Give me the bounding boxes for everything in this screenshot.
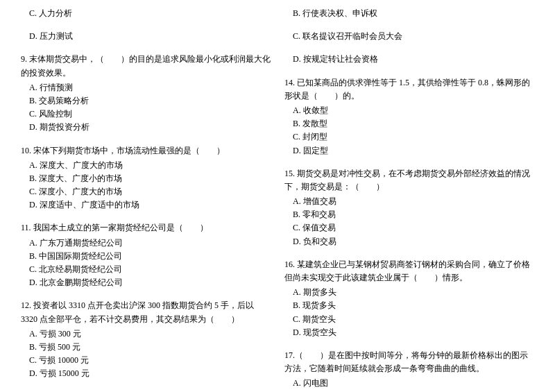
q12-opt-b: B. 亏损 500 元	[21, 341, 271, 354]
left-column: C. 人力分析 D. 压力测试 9. 末体期货交易中，（ ）的目的是追求风险最小…	[21, 7, 271, 392]
q9-title: 9. 末体期货交易中，（ ）的目的是追求风险最小化或利润最大化的投资效果。	[21, 53, 271, 79]
right-column: B. 行使表决权、申诉权 C. 联名提议召开临时会员大会 D. 按规定转让社会资…	[284, 7, 534, 392]
option-text: D. 压力测试	[21, 30, 271, 43]
option-c-meeting: C. 联名提议召开临时会员大会	[284, 30, 534, 43]
q15-opt-b: B. 零和交易	[284, 208, 534, 221]
q9-opt-c: C. 风险控制	[21, 108, 271, 121]
q11-opt-d: D. 北京金鹏期货经纪公司	[21, 276, 271, 289]
option-d-pressure: D. 压力测试	[21, 30, 271, 43]
main-columns: C. 人力分析 D. 压力测试 9. 末体期货交易中，（ ）的目的是追求风险最小…	[21, 7, 534, 392]
q17-opt-a: A. 闪电图	[284, 377, 534, 390]
q14-opt-c: C. 封闭型	[284, 130, 534, 144]
q12-opt-c: C. 亏损 10000 元	[21, 354, 271, 367]
q12-opt-a: A. 亏损 300 元	[21, 327, 271, 341]
q9-opt-b: B. 交易策略分析	[21, 94, 271, 108]
q10-opt-c: C. 深度小、广度大的市场	[21, 185, 271, 198]
q17-title: 17.（ ）是在图中按时间等分，将每分钟的最新价格标出的图示方法，它随着时间延续…	[284, 349, 534, 375]
q10-opt-a: A. 深度大、广度大的市场	[21, 159, 271, 172]
q15-opt-a: A. 增值交易	[284, 195, 534, 208]
q15-title: 15. 期货交易是对冲性交易，在不考虑期货交易外部经济效益的情况下，期货交易是：…	[284, 167, 534, 194]
question-17: 17.（ ）是在图中按时间等分，将每分钟的最新价格标出的图示方法，它随着时间延续…	[284, 349, 534, 392]
option-c-human: C. 人力分析	[21, 7, 271, 20]
question-16: 16. 某建筑企业已与某钢材贸易商签订钢材的采购合同，确立了价格但尚未实现交于此…	[284, 258, 534, 339]
q16-opt-a: A. 期货多头	[284, 286, 534, 299]
option-text: D. 按规定转让社会资格	[284, 53, 534, 66]
question-14: 14. 已知某商品的供求弹性等于 1.5，其供给弹性等于 0.8，蛛网形的形状是…	[284, 76, 534, 157]
q9-opt-a: A. 行情预测	[21, 81, 271, 94]
question-11: 11. 我国本土成立的第一家期货经纪公司是（ ） A. 广东万通期货经纪公司 B…	[21, 221, 271, 289]
q10-opt-b: B. 深度大、广度小的市场	[21, 172, 271, 185]
q10-opt-d: D. 深度适中、广度适中的市场	[21, 198, 271, 212]
option-text: C. 联名提议召开临时会员大会	[284, 30, 534, 43]
question-12: 12. 投资者以 3310 点开仓卖出沪深 300 指数期货合约 5 手，后以 …	[21, 299, 271, 380]
q14-opt-b: B. 发散型	[284, 117, 534, 130]
q16-opt-b: B. 现货多头	[284, 299, 534, 312]
q15-opt-c: C. 保值交易	[284, 221, 534, 235]
q11-opt-c: C. 北京经易期货经纪公司	[21, 263, 271, 276]
question-10: 10. 宋体下列期货市场中，市场流动性最强的是（ ） A. 深度大、广度大的市场…	[21, 144, 271, 212]
q15-opt-d: D. 负和交易	[284, 235, 534, 248]
q16-title: 16. 某建筑企业已与某钢材贸易商签订钢材的采购合同，确立了价格但尚未实现交于此…	[284, 258, 534, 284]
q12-title: 12. 投资者以 3310 点开仓卖出沪深 300 指数期货合约 5 手，后以 …	[21, 299, 271, 325]
option-text: C. 人力分析	[21, 7, 271, 20]
q14-title: 14. 已知某商品的供求弹性等于 1.5，其供给弹性等于 0.8，蛛网形的形状是…	[284, 76, 534, 103]
q11-opt-b: B. 中国国际期货经纪公司	[21, 250, 271, 263]
q16-opt-d: D. 现货空头	[284, 326, 534, 339]
option-b-vote: B. 行使表决权、申诉权	[284, 7, 534, 20]
q9-opt-d: D. 期货投资分析	[21, 121, 271, 134]
question-9: 9. 末体期货交易中，（ ）的目的是追求风险最小化或利润最大化的投资效果。 A.…	[21, 53, 271, 134]
page-container: C. 人力分析 D. 压力测试 9. 末体期货交易中，（ ）的目的是追求风险最小…	[21, 7, 534, 392]
q11-opt-a: A. 广东万通期货经纪公司	[21, 237, 271, 250]
q14-opt-d: D. 固定型	[284, 144, 534, 157]
option-d-social: D. 按规定转让社会资格	[284, 53, 534, 66]
q14-opt-a: A. 收敛型	[284, 104, 534, 117]
q16-opt-c: C. 期货空头	[284, 313, 534, 326]
option-text: B. 行使表决权、申诉权	[284, 7, 534, 20]
q10-title: 10. 宋体下列期货市场中，市场流动性最强的是（ ）	[21, 144, 271, 157]
q12-opt-d: D. 亏损 15000 元	[21, 367, 271, 380]
question-15: 15. 期货交易是对冲性交易，在不考虑期货交易外部经济效益的情况下，期货交易是：…	[284, 167, 534, 248]
q11-title: 11. 我国本土成立的第一家期货经纪公司是（ ）	[21, 221, 271, 235]
